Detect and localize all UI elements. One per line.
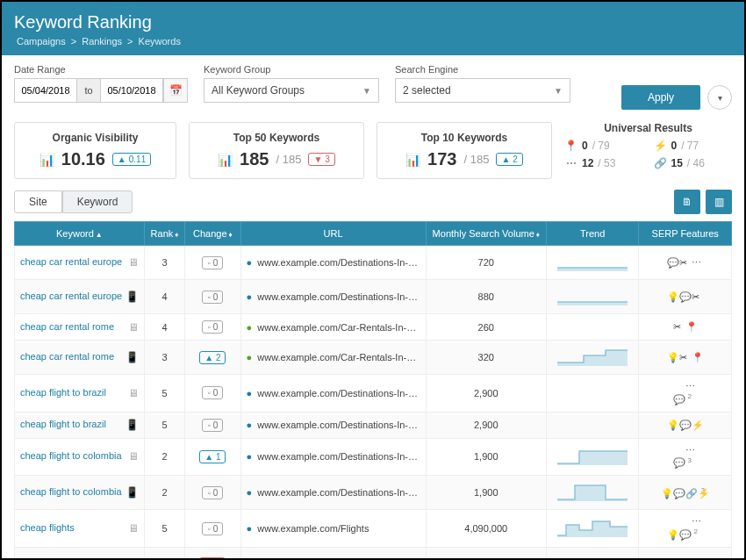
keyword-link[interactable]: cheap flights: [20, 522, 75, 533]
col-trend[interactable]: Trend: [546, 222, 639, 246]
url-cell[interactable]: ● www.example.com/Destinations-In-Eur...: [240, 246, 426, 280]
date-range-label: Date Range: [14, 64, 188, 75]
change-pill: ◦ 0: [202, 386, 223, 399]
url-cell[interactable]: ● www.example.com/Car-Rentals-In-Rom...: [240, 314, 426, 341]
card-top50: Top 50 Keywords 📊 185 / 185 ▼ 3: [189, 122, 364, 179]
trend-cell: [546, 547, 639, 560]
dots-icon: ⋯2: [685, 381, 698, 405]
col-change[interactable]: Change♦: [185, 222, 240, 246]
keyword-group-value: All Keyword Groups: [212, 84, 305, 97]
tab-keyword[interactable]: Keyword: [62, 190, 133, 213]
change-pill: ◦ 0: [202, 486, 223, 499]
url-cell[interactable]: ● www.example.com/Car-Rentals-In-Rom...: [240, 341, 426, 375]
export-button[interactable]: 🗎: [674, 190, 700, 214]
tab-site[interactable]: Site: [14, 190, 62, 213]
table-row: cheap flight to brazil📱5◦ 0● www.example…: [15, 412, 732, 438]
card-top10-title: Top 10 Keywords: [388, 132, 541, 144]
chevron-down-icon: ▾: [718, 93, 722, 103]
rank-value: 5: [144, 375, 184, 413]
msv-value: 260: [426, 314, 546, 341]
table-row: cheap flight to colombia📱2◦ 0● www.examp…: [15, 476, 732, 510]
apply-button[interactable]: Apply: [621, 85, 700, 110]
msv-value: 320: [426, 341, 546, 375]
bar-chart-icon: 📊: [218, 153, 233, 167]
trend-cell: [546, 510, 639, 548]
col-serp[interactable]: SERP Features: [639, 222, 732, 246]
url-cell[interactable]: ● www.example.com/Flights: [240, 547, 426, 560]
change-pill: ◦ 0: [202, 419, 223, 432]
rank-value: 2: [144, 476, 184, 510]
more-options-button[interactable]: ▾: [707, 85, 732, 110]
cut-icon: ✂: [679, 352, 692, 363]
keyword-link[interactable]: cheap flight to brazil: [20, 419, 106, 429]
change-pill: ◦ 0: [202, 320, 223, 334]
search-engine: Search Engine 2 selected ▼: [395, 64, 570, 110]
bar-chart-icon: 📊: [405, 153, 420, 167]
chat-icon: 💬: [673, 488, 685, 499]
card-visibility: Organic Visibility 📊 10.16 ▲ 0.11: [14, 122, 176, 179]
date-from-input[interactable]: [14, 78, 77, 103]
sort-icon: ♦: [536, 231, 540, 239]
keyword-link[interactable]: cheap car rental rome: [20, 321, 114, 332]
visibility-value: 10.16: [61, 149, 105, 169]
chat-icon: 💬: [679, 420, 692, 431]
keyword-link[interactable]: cheap car rental europe: [20, 256, 122, 267]
url-cell[interactable]: ● www.example.com/Destinations-In-Eur...: [240, 280, 426, 314]
serp-cell: 💡✂📍: [639, 341, 732, 375]
keyword-link[interactable]: cheap flight to brazil: [20, 387, 106, 398]
calendar-icon[interactable]: 📅: [163, 78, 188, 103]
columns-button[interactable]: ▥: [706, 190, 732, 214]
col-rank[interactable]: Rank♦: [144, 222, 184, 246]
link-icon: 🔗3: [685, 486, 698, 499]
link-icon: 🔗: [654, 157, 667, 169]
crumb-rankings[interactable]: Rankings: [82, 36, 122, 47]
rank-value: 3: [144, 246, 184, 280]
keyword-link[interactable]: cheap car rental rome: [20, 351, 114, 362]
bulb-icon: 💡: [667, 291, 679, 303]
url-cell[interactable]: ● www.example.com/Destinations-In-Col...: [240, 476, 426, 510]
trend-cell: [546, 438, 639, 476]
msv-value: 1,900: [426, 476, 546, 510]
device-icon: 📱: [126, 419, 139, 431]
apply-group: Apply ▾: [621, 64, 732, 110]
msv-value: 880: [426, 280, 546, 314]
device-icon: 🖥: [128, 387, 139, 399]
col-url[interactable]: URL: [240, 222, 426, 246]
col-msv[interactable]: Monthly Search Volume♦: [426, 222, 546, 246]
date-to-input[interactable]: [100, 78, 163, 103]
page-title: Keyword Ranking: [14, 12, 732, 32]
keyword-link[interactable]: cheap flight to colombia: [20, 486, 122, 497]
universal-item: 📍0/ 79: [564, 140, 643, 152]
device-icon: 📱: [126, 291, 139, 303]
rank-value: 5: [144, 412, 184, 438]
url-cell[interactable]: ● www.example.com/Destinations-In-Bra...: [240, 375, 426, 413]
url-cell[interactable]: ● www.example.com/Destinations-In-Col...: [240, 438, 426, 476]
keyword-group-select[interactable]: All Keyword Groups ▼: [204, 78, 379, 103]
rank-value: 3: [144, 341, 184, 375]
rank-value: 5: [144, 510, 184, 548]
table-row: cheap flights🖥5◦ 0● www.example.com/Flig…: [15, 510, 732, 548]
url-cell[interactable]: ● www.example.com/Destinations-In-Bra...: [240, 412, 426, 438]
search-engine-value: 2 selected: [403, 84, 451, 97]
url-cell[interactable]: ● www.example.com/Flights: [240, 510, 426, 548]
trend-cell: [546, 476, 639, 510]
serp-cell: 💬⋯3: [639, 438, 732, 476]
change-pill: ▲ 2: [199, 351, 226, 364]
table-row: cheap car rental rome🖥4◦ 0● www.example.…: [15, 314, 732, 341]
summary-row: Organic Visibility 📊 10.16 ▲ 0.11 Top 50…: [2, 113, 744, 184]
keyword-group-label: Keyword Group: [204, 64, 379, 75]
trend-cell: [546, 280, 639, 314]
chevron-down-icon: ▼: [362, 86, 371, 96]
table-row: cheap car rental rome📱3▲ 2● www.example.…: [15, 341, 732, 375]
keyword-link[interactable]: cheap car rental europe: [20, 291, 122, 301]
crumb-keywords[interactable]: Keywords: [139, 36, 181, 47]
crumb-campaigns[interactable]: Campaigns: [17, 36, 66, 47]
visibility-delta: ▲ 0.11: [112, 153, 151, 166]
col-keyword[interactable]: Keyword▲: [15, 222, 145, 246]
card-top50-title: Top 50 Keywords: [200, 132, 353, 144]
top10-value: 173: [427, 149, 456, 169]
trend-cell: [546, 341, 639, 375]
top50-total: 185: [283, 153, 302, 166]
search-engine-select[interactable]: 2 selected ▼: [395, 78, 570, 103]
keyword-link[interactable]: cheap flight to colombia: [20, 450, 122, 461]
